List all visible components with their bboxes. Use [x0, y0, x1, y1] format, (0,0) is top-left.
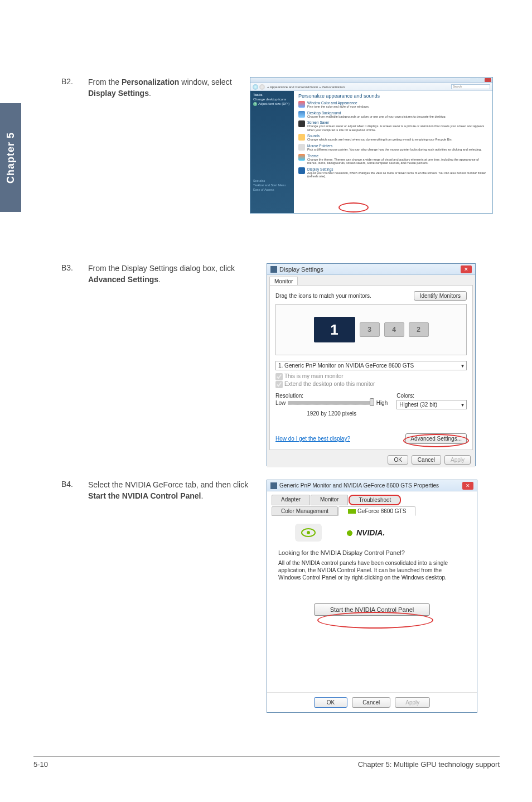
item-display-settings[interactable]: Display SettingsAdjust your monitor reso… [298, 167, 488, 178]
minimize-button[interactable] [470, 78, 477, 82]
step-text-b2: From the Personalization window, select … [88, 77, 250, 214]
step-label-b3: B3. [61, 263, 88, 466]
window-nvidia-properties: Generic PnP Monitor and NVIDIA GeForce 8… [267, 480, 477, 713]
svg-point-1 [307, 531, 310, 534]
step-text-b3: From the Display Settings dialog box, cl… [88, 263, 267, 466]
section-b2: B2. From the Personalization window, sel… [0, 77, 532, 214]
sidebar-tasks-header: Tasks [253, 93, 291, 96]
close-button[interactable] [485, 78, 491, 82]
monitor-2[interactable]: 2 [409, 322, 429, 337]
eye-icon [301, 528, 316, 538]
window-color-icon [298, 101, 305, 108]
advanced-settings-button[interactable]: Advanced Settings... [405, 433, 467, 444]
see-also-header: See also [253, 179, 291, 182]
tab-color-management[interactable]: Color Management [272, 506, 338, 516]
search-input[interactable]: Search [451, 84, 490, 89]
step-label-b2: B2. [61, 77, 88, 214]
sidebar-item-font-size[interactable]: Adjust font size (DPI) [253, 102, 291, 106]
page-number: 5-10 [33, 760, 48, 769]
titlebar: Display Settings ✕ [267, 264, 475, 275]
monitor-4[interactable]: 4 [384, 322, 404, 337]
drag-instruction: Drag the icons to match your monitors. [275, 293, 371, 299]
window-display-settings: Display Settings ✕ Monitor Drag the icon… [267, 263, 476, 466]
dialog-icon [270, 266, 277, 273]
mouse-icon [298, 144, 305, 151]
display-settings-icon [298, 167, 305, 174]
resolution-value: 1920 by 1200 pixels [275, 410, 388, 417]
sounds-icon [298, 134, 305, 141]
colors-label: Colors: [396, 393, 467, 399]
start-nvidia-control-panel-button[interactable]: Start the NVIDIA Control Panel [314, 603, 430, 616]
tab-strip: Monitor [269, 276, 473, 285]
colors-select[interactable]: Highest (32 bit)▾ [396, 400, 467, 409]
apply-button[interactable]: Apply [395, 697, 430, 708]
screenshot-personalization: « Appearance and Personalization » Perso… [250, 77, 500, 214]
item-theme[interactable]: ThemeChange the theme. Themes can change… [298, 154, 488, 165]
nvidia-eye-icon [344, 529, 355, 537]
monitor-3[interactable]: 3 [360, 322, 380, 337]
ok-button[interactable]: OK [388, 455, 408, 465]
sidebar: Tasks Change desktop icons Adjust font s… [250, 91, 294, 213]
tab-geforce[interactable]: GeForce 8600 GTS [338, 506, 415, 516]
see-also-ease[interactable]: Ease of Access [253, 188, 291, 191]
cancel-button[interactable]: Cancel [412, 455, 441, 465]
tab-monitor[interactable]: Monitor [311, 495, 348, 505]
nav-bar: « Appearance and Personalization » Perso… [250, 83, 492, 91]
monitor-1[interactable]: 1 [314, 317, 355, 342]
best-display-link[interactable]: How do I get the best display? [275, 436, 350, 442]
nvidia-icon [348, 509, 356, 514]
tab-adapter[interactable]: Adapter [272, 495, 310, 505]
tab-monitor[interactable]: Monitor [269, 277, 298, 286]
step-text-b4: Select the NVIDIA GeForce tab, and then … [88, 480, 267, 713]
item-desktop-background[interactable]: Desktop BackgroundChoose from available … [298, 111, 488, 119]
close-button[interactable]: ✕ [461, 265, 472, 273]
step-label-b4: B4. [61, 480, 88, 713]
monitor-select[interactable]: 1. Generic PnP Monitor on NVIDIA GeForce… [275, 361, 467, 370]
extend-desktop-checkbox [275, 381, 283, 388]
slider-thumb[interactable] [370, 398, 374, 406]
chapter-title: Chapter 5: Multiple GPU technology suppo… [358, 760, 500, 769]
preview-icon [295, 524, 322, 542]
cancel-button[interactable]: Cancel [352, 697, 390, 708]
dialog-buttons: OK Cancel Apply [267, 692, 477, 712]
main-heading: Personalize appearance and sounds [298, 93, 488, 99]
tab-strip: Adapter Monitor Troubleshoot Color Manag… [267, 491, 477, 516]
tab-troubleshoot[interactable]: Troubleshoot [349, 495, 401, 505]
window-titlebar [250, 78, 492, 83]
dialog-title: Display Settings [279, 266, 323, 273]
monitor-arrangement[interactable]: 1 3 4 2 [275, 304, 467, 355]
apply-button[interactable]: Apply [444, 455, 471, 465]
window-personalization: « Appearance and Personalization » Perso… [250, 77, 493, 214]
props-body: NVIDIA. Looking for the NVIDIA Display C… [272, 516, 472, 700]
maximize-button[interactable] [477, 78, 484, 82]
item-mouse-pointers[interactable]: Mouse PointersPick a different mouse poi… [298, 144, 488, 152]
dialog-title: Generic PnP Monitor and NVIDIA GeForce 8… [279, 482, 439, 489]
desktop-bg-icon [298, 111, 305, 118]
back-icon[interactable] [253, 84, 258, 90]
titlebar: Generic PnP Monitor and NVIDIA GeForce 8… [267, 480, 477, 491]
main-pane: Personalize appearance and sounds Window… [294, 91, 492, 213]
section-b4: B4. Select the NVIDIA GeForce tab, and t… [0, 480, 532, 713]
sidebar-item-desktop-icons[interactable]: Change desktop icons [253, 98, 291, 102]
props-question: Looking for the NVIDIA Display Control P… [278, 549, 466, 556]
screenshot-nvidia-props: Generic PnP Monitor and NVIDIA GeForce 8… [267, 480, 500, 713]
breadcrumb[interactable]: « Appearance and Personalization » Perso… [267, 85, 345, 89]
page-footer: 5-10 Chapter 5: Multiple GPU technology … [33, 756, 500, 769]
nvidia-logo: NVIDIA. [344, 528, 385, 537]
chevron-down-icon: ▾ [461, 402, 464, 408]
screen-saver-icon [298, 120, 305, 127]
screenshot-display-settings: Display Settings ✕ Monitor Drag the icon… [267, 263, 500, 466]
ok-button[interactable]: OK [314, 697, 347, 708]
item-window-color[interactable]: Window Color and AppearanceFine tune the… [298, 101, 488, 109]
item-sounds[interactable]: SoundsChange which sounds are heard when… [298, 134, 488, 142]
resolution-slider[interactable]: Low High [275, 400, 388, 406]
item-screen-saver[interactable]: Screen SaverChange your screen saver or … [298, 120, 488, 132]
identify-monitors-button[interactable]: Identify Monitors [414, 291, 467, 301]
props-description: All of the NVIDIA control panels have be… [278, 559, 466, 581]
see-also-taskbar[interactable]: Taskbar and Start Menu [253, 183, 291, 187]
close-button[interactable]: ✕ [462, 482, 473, 490]
forward-icon[interactable] [259, 84, 265, 90]
chevron-down-icon: ▾ [461, 363, 464, 369]
theme-icon [298, 154, 305, 161]
section-b3: B3. From the Display Settings dialog box… [0, 263, 532, 466]
